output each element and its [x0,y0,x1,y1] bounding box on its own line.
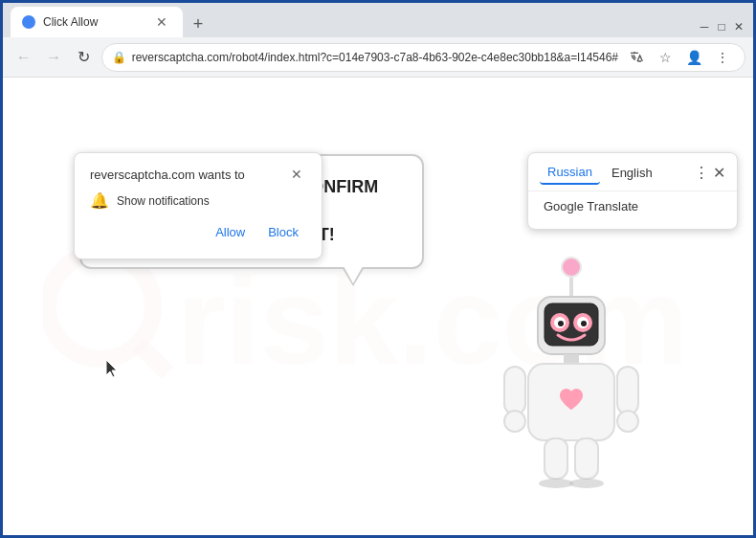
svg-point-16 [504,411,525,432]
minimize-button[interactable]: ─ [698,20,711,34]
star-button[interactable]: ☆ [653,45,678,70]
new-tab-button[interactable]: + [185,11,211,37]
google-translate-option[interactable]: Google Translate [528,191,737,221]
svg-point-22 [569,479,604,488]
svg-rect-19 [545,438,567,479]
tab-close-button[interactable]: ✕ [152,12,171,32]
svg-rect-13 [564,354,579,364]
translate-icon[interactable] [624,45,649,70]
profile-button[interactable]: 👤 [681,45,706,70]
translate-close-button[interactable]: ✕ [713,164,725,182]
svg-line-1 [139,345,167,373]
tab-favicon [22,15,35,29]
address-box[interactable]: 🔒 reverscaptcha.com/robot4/index.html?c=… [101,43,745,72]
notification-popup: reverscaptcha.com wants to ✕ 🔔 Show noti… [74,152,322,259]
translate-tab-russian[interactable]: Russian [540,161,600,185]
popup-body: 🔔 Show notifications [90,191,306,210]
svg-point-4 [562,258,581,277]
allow-button[interactable]: Allow [208,221,253,243]
close-window-button[interactable]: ✕ [732,20,745,34]
translate-more-icon[interactable]: ⋮ [694,164,709,182]
tab-bar: Click Allow ✕ + ─ □ ✕ [3,3,753,37]
address-right-icons: ☆ 👤 ⋮ [624,45,735,70]
popup-header: reverscaptcha.com wants to ✕ [90,165,306,184]
window-controls: ─ □ ✕ [698,20,753,37]
back-button[interactable]: ← [11,44,37,71]
maximize-button[interactable]: □ [715,20,728,34]
more-button[interactable]: ⋮ [710,45,735,70]
svg-rect-17 [617,367,638,415]
page-content: risk.com CLICK «ALLOW» TO CONFIRM THAT Y… [3,78,753,535]
translate-bar[interactable]: Russian English ⋮ ✕ Google Translate [527,152,738,230]
lock-icon: 🔒 [112,51,126,64]
bell-icon: 🔔 [90,191,109,210]
svg-point-12 [581,321,587,326]
svg-rect-20 [575,438,598,479]
popup-permission-text: Show notifications [117,194,210,208]
svg-rect-15 [504,367,525,415]
translate-tabs: Russian English ⋮ ✕ [528,161,737,191]
block-button[interactable]: Block [260,221,306,243]
tab-title: Click Allow [43,15,145,29]
forward-button[interactable]: → [41,44,68,71]
active-tab[interactable]: Click Allow ✕ [11,7,183,37]
svg-point-18 [617,411,638,432]
address-bar-row: ← → ↻ 🔒 reverscaptcha.com/robot4/index.h… [3,37,753,78]
robot-container [485,254,657,506]
popup-actions: Allow Block [90,221,306,243]
popup-close-button[interactable]: ✕ [287,165,306,184]
refresh-button[interactable]: ↻ [71,44,98,71]
svg-point-21 [539,479,573,488]
cursor [106,360,120,379]
address-text: reverscaptcha.com/robot4/index.html?c=01… [132,51,618,64]
svg-point-0 [48,254,153,359]
svg-point-11 [558,321,564,326]
translate-tab-english[interactable]: English [604,162,660,184]
popup-title: reverscaptcha.com wants to [90,168,245,182]
browser-window: Click Allow ✕ + ─ □ ✕ ← → ↻ 🔒 reverscapt… [3,3,753,535]
